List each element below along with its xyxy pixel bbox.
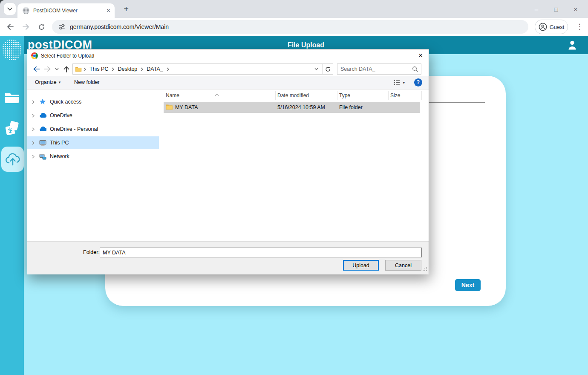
list-view-icon: [393, 79, 400, 86]
dialog-toolbar: Organize ▾ New folder ▾ ?: [27, 76, 429, 89]
help-button[interactable]: ?: [414, 78, 422, 87]
address-bar[interactable]: This PC Desktop DATA_: [72, 63, 333, 75]
chevron-right-icon: [32, 127, 35, 131]
url-text: germany.postdicom.com/Viewer/Main: [70, 23, 169, 30]
next-button[interactable]: Next: [455, 279, 481, 291]
reload-button[interactable]: [35, 21, 47, 33]
dialog-forward-button[interactable]: [42, 64, 53, 74]
chevron-right-icon: [32, 114, 35, 118]
column-divider[interactable]: [337, 91, 337, 100]
column-header-size[interactable]: Size: [390, 92, 400, 98]
tree-item-onedrive-personal[interactable]: OneDrive - Personal: [27, 123, 159, 136]
chevron-down-icon: [55, 68, 59, 70]
chevron-right-icon: [141, 67, 143, 71]
sidebar-item-studies[interactable]: [0, 121, 24, 136]
onedrive-cloud-icon: [39, 113, 46, 118]
breadcrumb-data[interactable]: DATA_: [145, 65, 164, 73]
back-button[interactable]: [4, 21, 16, 33]
search-box[interactable]: [337, 63, 421, 75]
breadcrumb-desktop[interactable]: Desktop: [116, 65, 139, 73]
browser-toolbar: germany.postdicom.com/Viewer/Main Guest …: [0, 18, 588, 36]
folder-icon: [166, 104, 173, 111]
browser-menu-button[interactable]: ⋮: [574, 21, 585, 32]
chevron-right-icon: [112, 67, 114, 71]
chevron-down-icon: [7, 7, 12, 11]
dialog-titlebar[interactable]: Select Folder to Upload ×: [27, 49, 429, 62]
image-cards-icon: [4, 121, 20, 136]
recent-locations-button[interactable]: [53, 64, 61, 74]
column-header-name[interactable]: Name: [166, 92, 179, 98]
arrow-left-icon: [6, 23, 14, 30]
arrow-left-icon: [33, 66, 40, 72]
tree-label: OneDrive: [50, 112, 72, 118]
tree-item-quick-access[interactable]: Quick access: [27, 95, 159, 108]
sort-ascending-icon: [215, 90, 219, 98]
tab-close-icon[interactable]: ×: [107, 7, 110, 14]
site-info-icon[interactable]: [58, 23, 66, 31]
sidebar-item-upload[interactable]: [1, 147, 24, 172]
browser-tab[interactable]: PostDICOM Viewer ×: [17, 3, 115, 18]
file-name: MY DATA: [175, 104, 198, 110]
postdicom-favicon-icon: [23, 7, 29, 14]
minimize-button[interactable]: –: [527, 6, 546, 13]
browser-titlebar[interactable]: PostDICOM Viewer × + – □ ×: [0, 0, 588, 18]
column-header-type[interactable]: Type: [339, 92, 350, 98]
tab-search-button[interactable]: [4, 3, 16, 15]
column-header-date[interactable]: Date modified: [277, 92, 309, 98]
file-type: File folder: [339, 104, 363, 110]
file-row-my-data[interactable]: MY DATA 5/16/2024 10:59 AM File folder: [164, 102, 420, 113]
dialog-back-button[interactable]: [31, 64, 42, 74]
tree-item-this-pc[interactable]: This PC: [27, 136, 159, 149]
tree-item-network[interactable]: Network: [27, 150, 159, 163]
dialog-close-button[interactable]: ×: [415, 51, 426, 61]
this-pc-monitor-icon: [39, 140, 46, 146]
chevron-right-icon: [167, 67, 169, 71]
search-input[interactable]: [340, 66, 412, 72]
upload-button[interactable]: Upload: [343, 260, 379, 271]
new-folder-label: New folder: [74, 79, 100, 85]
web-page: postDICOM File Upload: [0, 36, 588, 375]
chevron-right-icon: [84, 67, 86, 71]
refresh-icon: [325, 66, 331, 72]
change-view-button[interactable]: ▾: [393, 79, 405, 86]
column-divider[interactable]: [388, 91, 389, 100]
arrow-right-icon: [22, 23, 30, 30]
up-one-level-button[interactable]: [61, 64, 72, 74]
new-folder-button[interactable]: New folder: [74, 79, 100, 85]
user-account-button[interactable]: [568, 40, 577, 52]
person-icon: [568, 40, 577, 50]
column-divider[interactable]: [275, 91, 276, 100]
reload-icon: [38, 23, 45, 31]
dialog-title: Select Folder to Upload: [41, 53, 94, 59]
cancel-button[interactable]: Cancel: [385, 260, 421, 271]
address-dropdown-button[interactable]: [312, 68, 320, 70]
maximize-button[interactable]: □: [546, 6, 566, 13]
forward-button[interactable]: [20, 21, 32, 33]
profile-button[interactable]: Guest: [535, 20, 568, 34]
window-close-button[interactable]: ×: [566, 6, 585, 13]
arrow-up-icon: [63, 66, 69, 72]
column-divider[interactable]: [421, 91, 422, 100]
file-list: Name Date modified Type Size MY DATA 5/1…: [159, 89, 429, 241]
quick-access-star-icon: [39, 98, 46, 105]
url-bar[interactable]: germany.postdicom.com/Viewer/Main: [52, 20, 528, 34]
tree-item-onedrive[interactable]: OneDrive: [27, 109, 159, 122]
organize-button[interactable]: Organize ▾: [35, 79, 61, 85]
folder-name-input[interactable]: [100, 248, 422, 257]
dialog-nav-bar: This PC Desktop DATA_: [27, 62, 429, 76]
breadcrumb-this-pc[interactable]: This PC: [88, 65, 110, 73]
app-sidebar: [0, 36, 24, 375]
dialog-footer: Folder: Upload Cancel: [27, 241, 429, 274]
window-controls: – □ ×: [527, 0, 585, 18]
tree-label: Quick access: [50, 99, 81, 105]
caret-down-icon: ▾: [403, 81, 405, 85]
new-tab-button[interactable]: +: [120, 3, 132, 15]
search-icon[interactable]: [412, 66, 418, 72]
chevron-right-icon: [32, 100, 35, 104]
refresh-button[interactable]: [322, 64, 333, 74]
cloud-upload-icon: [5, 153, 21, 166]
chevron-right-icon: [32, 141, 35, 145]
chrome-logo-icon: [31, 52, 38, 59]
sidebar-item-folders[interactable]: [0, 92, 24, 104]
resize-grip[interactable]: [423, 265, 427, 273]
